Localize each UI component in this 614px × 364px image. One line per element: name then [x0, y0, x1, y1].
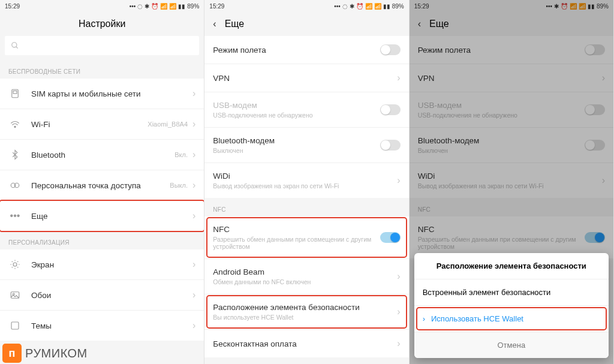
sheet-cancel[interactable]: Отмена — [414, 332, 609, 358]
bluetooth-icon — [8, 148, 22, 161]
row-vpn[interactable]: VPN › — [204, 64, 408, 92]
status-bar: 15:29 •••◌✱⏰📶📶▮▮ 89% — [0, 0, 204, 12]
status-time: 15:29 — [5, 3, 20, 10]
chevron-right-icon: › — [397, 73, 400, 83]
back-button[interactable]: ‹ — [213, 19, 216, 29]
row-secure-element[interactable]: Расположение элемента безопасностиВы исп… — [204, 294, 408, 330]
toggle-usb — [380, 104, 401, 115]
chevron-right-icon: › — [192, 119, 195, 130]
row-widi[interactable]: WiDiВывод изображения на экран по сети W… — [204, 163, 408, 198]
row-wifi[interactable]: Wi-Fi Xiaomi_B8A4 › — [0, 109, 204, 140]
chevron-right-icon: › — [397, 175, 400, 186]
themes-icon — [8, 319, 22, 332]
sheet-title: Расположение элемента безопасности — [414, 253, 609, 279]
row-android-beam[interactable]: Android BeamОбмен данными по NFC включен… — [204, 259, 408, 294]
chevron-right-icon: › — [192, 88, 195, 99]
display-icon — [8, 258, 22, 271]
chevron-right-icon: › — [192, 320, 195, 331]
hotspot-status: Выкл. — [170, 182, 188, 189]
row-bt-modem[interactable]: Bluetooth-модемВыключен — [204, 128, 408, 163]
row-display[interactable]: Экран › — [0, 249, 204, 280]
svg-point-7 — [13, 263, 17, 266]
svg-point-4 — [14, 126, 16, 127]
screen-more: 15:29 •••◌✱⏰📶📶▮▮89% ‹ Еще Режим полета V… — [204, 0, 409, 364]
page-title: Настройки — [0, 12, 204, 36]
wifi-status: Xiaomi_B8A4 — [148, 121, 188, 128]
chevron-right-icon: › — [192, 149, 195, 160]
wifi-icon — [8, 118, 22, 131]
row-contactless[interactable]: Бесконтактная оплата › — [204, 330, 408, 357]
status-bar: 15:29 •••◌✱⏰📶📶▮▮89% — [204, 0, 408, 12]
chevron-right-icon: › — [397, 271, 400, 282]
svg-rect-10 — [11, 322, 19, 329]
toggle-btm[interactable] — [380, 140, 401, 151]
bt-status: Вкл. — [174, 151, 188, 158]
section-header-wireless: БЕСПРОВОДНЫЕ СЕТИ — [0, 60, 204, 79]
row-more[interactable]: ••• Еще › — [0, 201, 204, 231]
svg-rect-3 — [13, 91, 17, 94]
row-usb-modem: USB-модемUSB-подключения не обнаружено — [204, 92, 408, 128]
sheet-option-hce[interactable]: › Использовать HCE Wallet — [414, 306, 609, 332]
card-personal: Экран › Обои › Темы › — [0, 249, 204, 341]
row-wallpaper[interactable]: Обои › — [0, 280, 204, 311]
sheet-option-builtin[interactable]: Встроенный элемент безопасности — [414, 279, 609, 306]
hotspot-icon — [8, 179, 22, 192]
chevron-right-icon: › — [397, 338, 400, 349]
chevron-right-icon: › — [192, 180, 195, 191]
chevron-right-icon: › — [192, 259, 195, 270]
sim-icon — [8, 87, 22, 100]
search-icon — [11, 41, 19, 50]
status-battery: 89% — [187, 3, 199, 10]
section-header-personalization: ПЕРСОНАЛИЗАЦИЯ — [0, 231, 204, 249]
search-input[interactable] — [5, 36, 199, 55]
row-bluetooth[interactable]: Bluetooth Вкл. › — [0, 140, 204, 170]
status-icons: •••◌✱⏰📶📶▮▮ 89% — [130, 3, 200, 10]
image-icon — [8, 288, 22, 302]
screen-more-dialog: 15:29 •••✱⏰📶📶▮▮89% ‹ Еще Режим полета VP… — [410, 0, 614, 364]
check-icon: › — [423, 314, 425, 323]
toggle-nfc[interactable] — [380, 232, 401, 243]
row-airplane[interactable]: Режим полета — [204, 36, 408, 64]
section-header-nfc: NFC — [204, 198, 408, 216]
action-sheet: Расположение элемента безопасности Встро… — [414, 253, 609, 358]
more-icon: ••• — [8, 209, 22, 222]
toggle-airplane[interactable] — [380, 44, 401, 55]
watermark-logo: п РУМИКОМ — [2, 344, 88, 363]
logo-icon: п — [2, 344, 22, 363]
screen-settings: 15:29 •••◌✱⏰📶📶▮▮ 89% Настройки БЕСПРОВОД… — [0, 0, 204, 364]
row-sim[interactable]: SIM карты и мобильные сети › — [0, 79, 204, 109]
svg-line-1 — [16, 47, 18, 49]
chevron-right-icon: › — [397, 306, 400, 317]
row-themes[interactable]: Темы › — [0, 311, 204, 341]
svg-point-0 — [12, 43, 17, 47]
page-title-more: ‹ Еще — [204, 12, 408, 36]
logo-text: РУМИКОМ — [25, 347, 88, 360]
chevron-right-icon: › — [192, 210, 195, 221]
row-hotspot[interactable]: Персональная точка доступа Выкл. › — [0, 170, 204, 201]
chevron-right-icon: › — [192, 290, 195, 300]
row-nfc[interactable]: NFCРазрешить обмен данными при совмещени… — [204, 216, 408, 259]
card-wireless: SIM карты и мобильные сети › Wi-Fi Xiaom… — [0, 79, 204, 231]
